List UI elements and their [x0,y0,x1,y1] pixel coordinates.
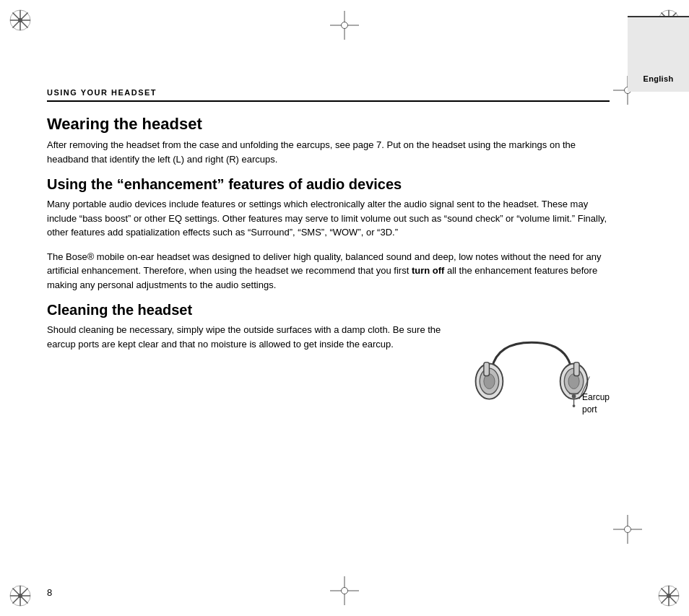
earcup-port-label: Earcupport [582,391,610,416]
headset-illustration [470,330,593,409]
content-area: Using Your Headset Wearing the headset A… [47,87,610,573]
wearing-heading: Wearing the headset [47,115,610,134]
corner-decoration-tl [7,7,33,33]
cleaning-body: Should cleaning be necessary, simply wip… [47,323,463,351]
svg-rect-27 [484,363,490,376]
enhancement-body1: Many portable audio devices include feat… [47,197,610,240]
language-tab[interactable]: English [628,16,689,92]
cleaning-text-area: Should cleaning be necessary, simply wip… [47,323,463,361]
svg-point-35 [573,404,576,407]
svg-point-23 [667,594,671,598]
wearing-body: After removing the headset from the case… [47,138,610,166]
enhancement-body2: The Bose® mobile on-ear headset was desi… [47,250,610,292]
crosshair-bottom-mid [330,576,359,605]
corner-decoration-br [656,583,682,609]
earcup-label-wrapper: Earcupport [582,391,610,416]
svg-rect-31 [574,363,580,376]
language-tab-label: English [644,74,674,83]
section-header-text: Using Your Headset [47,88,157,97]
crosshair-top-mid [330,11,359,40]
svg-point-17 [18,594,22,598]
corner-decoration-bl [7,583,33,609]
tab-top-line [628,16,689,17]
enhancement-body2-bold: turn off [412,265,444,276]
section-header: Using Your Headset [47,87,610,102]
wearing-section: Wearing the headset After removing the h… [47,115,610,166]
page-number: 8 [47,587,52,598]
cleaning-content: Should cleaning be necessary, simply wip… [47,323,610,416]
crosshair-right-bottom [613,515,642,544]
cleaning-section: Cleaning the headset Should cleaning be … [47,302,610,416]
svg-point-5 [18,18,22,22]
page-container: English Using Your Headset Wearing the h… [0,0,689,616]
enhancement-section: Using the “enhancement” features of audi… [47,176,610,292]
enhancement-heading: Using the “enhancement” features of audi… [47,176,610,193]
svg-point-33 [572,394,576,399]
headset-image-container: Earcupport [470,330,610,416]
cleaning-heading: Cleaning the headset [47,302,610,318]
